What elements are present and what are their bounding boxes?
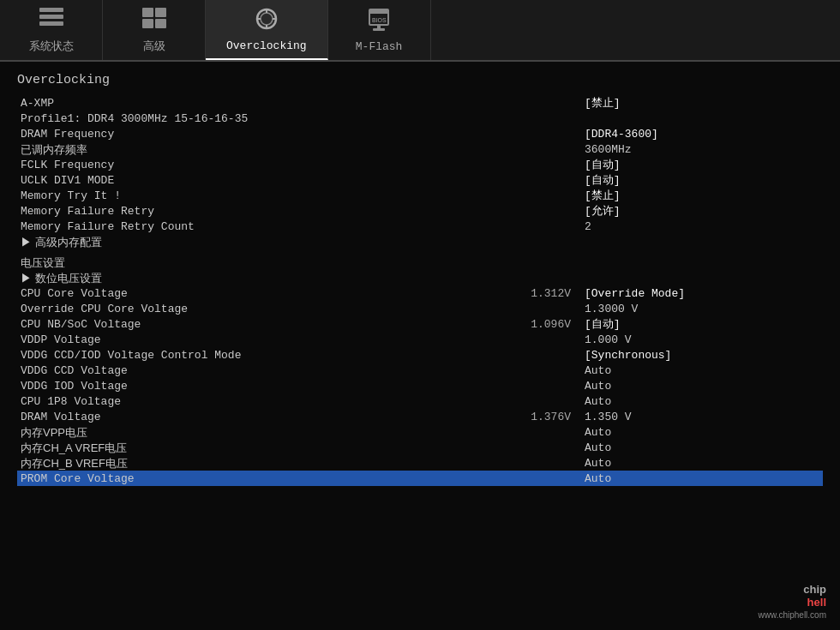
setting-value2 [460,188,581,203]
setting-value2 [460,440,581,455]
setting-value3: Auto [581,378,823,393]
table-row[interactable]: VDDG IOD Voltage Auto [17,378,823,393]
table-row[interactable]: VDDG CCD Voltage Auto [17,363,823,378]
setting-value3: [允许] [581,203,823,219]
setting-value3: Auto [581,393,823,409]
setting-value2 [460,424,581,440]
table-row-section[interactable]: ▶ 高级内存配置 [17,234,823,249]
setting-key: VDDG CCD Voltage [17,363,460,378]
table-row[interactable]: VDDP Voltage 1.000 V [17,332,823,347]
setting-value3: [禁止] [581,188,823,203]
setting-key: DRAM Frequency [17,126,460,141]
navigation-bar: 系统状态 高级 Overclocking [0,0,840,62]
setting-value3: 1.350 V [581,409,823,424]
setting-value3: 3600MHz [581,141,823,157]
svg-rect-4 [155,8,166,17]
table-row[interactable]: 内存CH_A VREF电压 Auto [17,440,823,455]
table-row[interactable]: CPU Core Voltage 1.312V [Override Mode] [17,285,823,301]
setting-value3: [Synchronous] [581,347,823,363]
setting-value3: [禁止] [581,95,823,111]
setting-value3-selected: Auto [581,471,823,486]
table-row[interactable]: Override CPU Core Voltage 1.3000 V [17,301,823,316]
setting-key-chinese: 内存VPP电压 [17,424,460,440]
setting-key: CPU Core Voltage [17,285,460,301]
svg-rect-3 [142,8,153,17]
svg-rect-14 [369,9,388,14]
setting-value3: [自动] [581,316,823,332]
setting-value2 [460,203,581,219]
setting-key-chinese: 内存CH_B VREF电压 [17,455,460,471]
setting-value2 [460,378,581,393]
setting-key: CPU 1P8 Voltage [17,393,460,409]
setting-value2 [460,363,581,378]
setting-value2 [460,172,581,188]
setting-key-indent: Override CPU Core Voltage [17,301,460,316]
setting-value3: Auto [581,455,823,471]
setting-value2: 1.312V [460,285,581,301]
setting-key: Memory Failure Retry Count [17,219,460,234]
svg-rect-5 [142,19,153,28]
tab-system-label: 系统状态 [29,39,74,54]
table-row[interactable]: FCLK Frequency [自动] [17,157,823,172]
table-row[interactable]: Memory Failure Retry Count 2 [17,219,823,234]
setting-value3: [Override Mode] [581,285,823,301]
svg-rect-0 [39,8,63,12]
setting-key-chinese: 内存CH_A VREF电压 [17,440,460,455]
table-row[interactable]: Memory Failure Retry [允许] [17,203,823,219]
setting-value2 [460,219,581,234]
svg-rect-6 [155,19,166,28]
setting-value2 [460,393,581,409]
table-row[interactable]: UCLK DIV1 MODE [自动] [17,172,823,188]
table-row[interactable]: CPU NB/SoC Voltage 1.096V [自动] [17,316,823,332]
table-row[interactable]: VDDG CCD/IOD Voltage Control Mode [Synch… [17,347,823,363]
svg-text:BIOS: BIOS [372,17,387,23]
digital-voltage-label[interactable]: ▶ 数位电压设置 [17,270,823,285]
table-row[interactable]: A-XMP [禁止] [17,95,823,111]
setting-value2 [460,332,581,347]
svg-rect-15 [373,28,385,31]
table-row[interactable]: DRAM Frequency [DDR4-3600] [17,126,823,141]
setting-key: VDDG IOD Voltage [17,378,460,393]
voltage-section-header: 电压设置 [17,255,823,270]
setting-value2: 1.096V [460,316,581,332]
tab-mflash[interactable]: BIOS M-Flash [328,0,431,60]
svg-point-8 [261,13,273,25]
watermark-url: www.chiphell.com [759,610,826,620]
setting-value2 [460,347,581,363]
table-row[interactable]: 已调内存频率 3600MHz [17,141,823,157]
watermark: chip hell www.chiphell.com [759,583,826,620]
voltage-title: 电压设置 [17,255,823,270]
overclocking-icon [253,7,280,36]
setting-value3: 2 [581,219,823,234]
setting-value3: [自动] [581,157,823,172]
table-row[interactable]: 内存VPP电压 Auto [17,424,823,440]
tab-system[interactable]: 系统状态 [0,0,103,60]
table-row-selected[interactable]: PROM Core Voltage Auto [17,471,823,486]
setting-value3: 1.000 V [581,332,823,347]
setting-value2 [460,157,581,172]
tab-mflash-label: M-Flash [356,40,403,53]
setting-value3: 1.3000 V [581,301,823,316]
tab-advanced[interactable]: 高级 [103,0,206,60]
digital-voltage-header[interactable]: ▶ 数位电压设置 [17,270,823,285]
main-content: Overclocking A-XMP [禁止] Profile1: DDR4 3… [0,62,840,498]
tab-overclocking-label: Overclocking [226,39,307,52]
table-row[interactable]: 内存CH_B VREF电压 Auto [17,455,823,471]
setting-value3 [581,111,823,126]
setting-value3: Auto [581,440,823,455]
svg-rect-2 [39,21,63,26]
setting-value3: [DDR4-3600] [581,126,823,141]
table-row[interactable]: DRAM Voltage 1.376V 1.350 V [17,409,823,424]
tab-overclocking[interactable]: Overclocking [206,0,328,60]
table-row[interactable]: CPU 1P8 Voltage Auto [17,393,823,409]
setting-key: CPU NB/SoC Voltage [17,316,460,332]
table-row[interactable]: Profile1: DDR4 3000MHz 15-16-16-35 [17,111,823,126]
setting-value2 [460,301,581,316]
setting-value3: Auto [581,363,823,378]
setting-value2: 1.376V [460,409,581,424]
setting-value3: [自动] [581,172,823,188]
advanced-memory-header[interactable]: ▶ 高级内存配置 [17,234,823,249]
setting-key: VDDG CCD/IOD Voltage Control Mode [17,347,460,363]
setting-key: A-XMP [17,95,460,111]
table-row[interactable]: Memory Try It ! [禁止] [17,188,823,203]
